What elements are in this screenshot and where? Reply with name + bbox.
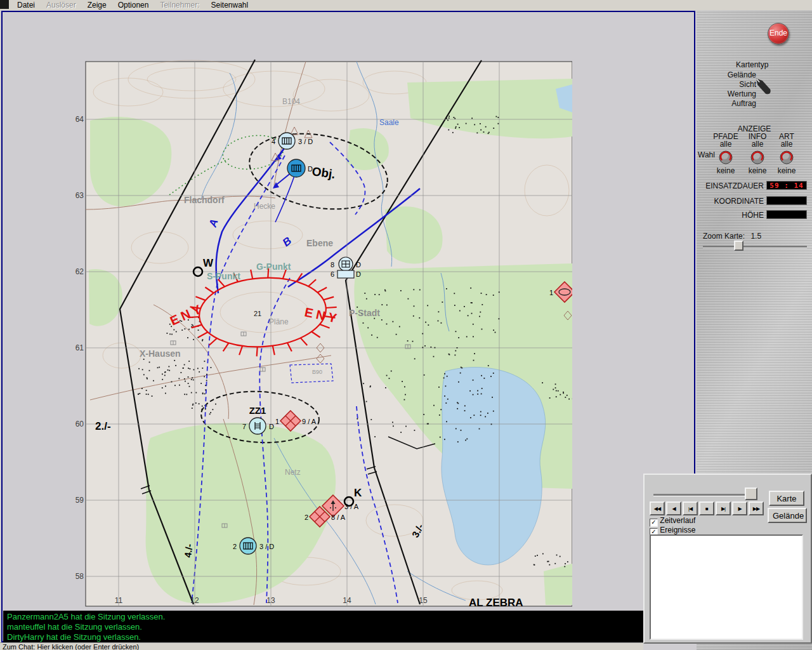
svg-text:62: 62 (75, 267, 84, 276)
kartentyp-option-sicht[interactable]: Sicht (686, 80, 756, 89)
pfade-alle-label: alle (708, 140, 743, 148)
svg-text:63: 63 (75, 191, 84, 200)
svg-text:D: D (269, 423, 274, 430)
svg-text:2./-: 2./- (95, 420, 111, 432)
end-button[interactable]: Ende (768, 23, 789, 44)
menu-bar: DateiAuslöserZeigeOptionenTeilnehmer:Sei… (0, 0, 812, 10)
svg-text:Ebene: Ebene (306, 238, 333, 248)
pfade-keine-label: keine (708, 167, 743, 175)
ereignisse-row: ✓ Ereignisse (650, 526, 695, 534)
menu-optionen[interactable]: Optionen (112, 1, 155, 10)
zeitverlauf-row: ✓ Zeitverlauf (650, 517, 695, 525)
kartentyp-option-auftrag[interactable]: Auftrag (686, 99, 756, 108)
chat-message: Panzermann2A5 hat die Sitzung verlassen. (7, 612, 639, 622)
zoom-value: 1.5 (750, 232, 761, 241)
svg-text:AL ZEBRA: AL ZEBRA (469, 597, 523, 609)
einsatzdauer-label: EINSATZDAUER (697, 182, 764, 190)
svg-text:D: D (356, 261, 361, 269)
svg-text:61: 61 (75, 343, 84, 352)
svg-text:G-Punkt: G-Punkt (256, 262, 291, 272)
svg-text:2: 2 (304, 514, 308, 521)
svg-text:Pläne: Pläne (269, 317, 289, 326)
menu-seitenwahl[interactable]: Seitenwahl (205, 1, 254, 10)
svg-text:58: 58 (75, 572, 84, 581)
svg-text:1: 1 (275, 418, 279, 425)
svg-text:12: 12 (190, 596, 199, 605)
chat-message: manteuffel hat die Sitzung verlassen. (7, 622, 639, 632)
svg-text:B104: B104 (282, 97, 300, 106)
svg-text:K: K (354, 487, 362, 499)
app-icon (0, 0, 9, 9)
koordinate-display (766, 196, 807, 205)
menu-items: DateiAuslöserZeigeOptionenTeilnehmer:Sei… (11, 0, 254, 10)
playback-panel: ◀◀◀|◀■▶|▶▶▶ Karte Gelände ✓ Zeitverlauf … (643, 474, 812, 644)
menu-teilnehmer: Teilnehmer: (154, 1, 205, 10)
menu-auslser: Auslöser (41, 1, 82, 10)
svg-text:59: 59 (75, 496, 84, 505)
svg-text:15: 15 (419, 596, 428, 605)
svg-text:S-Punkt: S-Punkt (207, 271, 240, 281)
karte-button[interactable]: Karte (769, 491, 804, 506)
zoom-slider-thumb[interactable] (734, 241, 743, 251)
map-window: 43 / DD86DD1A7D19 / A3 / A28 / A23 / D W… (1, 11, 695, 642)
svg-text:64: 64 (75, 115, 84, 124)
svg-text:8: 8 (331, 261, 334, 269)
zeitverlauf-label: Zeitverlauf (660, 516, 695, 525)
svg-text:Flachdorf: Flachdorf (184, 195, 225, 205)
kartentyp-title: Kartentyp (736, 60, 812, 69)
time-slider-thumb[interactable] (745, 488, 757, 500)
pfade-knob[interactable] (717, 149, 734, 166)
fast-backward-button[interactable]: ◀◀ (650, 501, 665, 515)
svg-text:21: 21 (254, 310, 261, 317)
step-backward-button[interactable]: |◀ (683, 501, 698, 515)
art-knob[interactable] (778, 149, 795, 166)
svg-text:Netz: Netz (285, 468, 301, 477)
stop-button[interactable]: ■ (699, 501, 714, 515)
svg-text:W: W (203, 257, 214, 269)
svg-text:P-Stadt: P-Stadt (349, 308, 380, 318)
menu-zeige[interactable]: Zeige (82, 1, 112, 10)
svg-text:6: 6 (331, 270, 334, 278)
svg-text:Hecke: Hecke (254, 202, 275, 211)
kartentyp-selector-knob[interactable] (750, 72, 778, 101)
svg-text:60: 60 (75, 420, 84, 428)
gelaende-button[interactable]: Gelände (768, 508, 807, 523)
event-list[interactable] (650, 534, 803, 640)
zoom-slider-track[interactable] (703, 246, 807, 248)
time-slider-track[interactable] (653, 494, 757, 496)
ereignisse-label: Ereignisse (660, 526, 695, 534)
svg-text:9 / A: 9 / A (302, 418, 317, 425)
forward-button[interactable]: ▶ (732, 501, 747, 515)
svg-text:2: 2 (233, 543, 237, 550)
chat-message-area[interactable]: Panzermann2A5 hat die Sitzung verlassen.… (3, 611, 643, 642)
art-knob-group: ART alle keine (769, 133, 804, 175)
tactical-map[interactable]: 43 / DD86DD1A7D19 / A3 / A28 / A23 / D W… (74, 57, 572, 611)
svg-text:8 / A: 8 / A (331, 514, 346, 521)
art-alle-label: alle (769, 140, 804, 148)
svg-text:7: 7 (242, 423, 246, 430)
kartentyp-option-gelaende[interactable]: Gelände (686, 70, 756, 79)
chat-status-bar[interactable]: Zum Chat: Hier klicken (oder Enter drück… (0, 642, 643, 650)
hoehe-display (766, 210, 807, 219)
svg-text:Saale: Saale (379, 118, 399, 127)
zoom-label: Zoom Karte: 1.5 (703, 232, 761, 241)
kartentyp-option-wertung[interactable]: Wertung (686, 90, 756, 98)
fast-forward-button[interactable]: ▶▶ (749, 501, 764, 515)
menu-datei[interactable]: Datei (11, 1, 41, 10)
hoehe-label: HÖHE (697, 211, 764, 220)
info-knob[interactable] (749, 149, 766, 166)
backward-button[interactable]: ◀ (666, 501, 681, 515)
svg-text:11: 11 (115, 596, 123, 605)
svg-text:3 / D: 3 / D (298, 138, 313, 145)
svg-text:4./-: 4./- (182, 543, 195, 559)
svg-text:B90: B90 (312, 369, 322, 375)
svg-text:4: 4 (272, 138, 275, 145)
step-forward-button[interactable]: ▶| (716, 501, 731, 515)
art-keine-label: keine (769, 167, 804, 175)
zoom-label-text: Zoom Karte: (703, 232, 745, 241)
svg-text:13: 13 (266, 596, 275, 605)
chat-message: DirtyHarry hat die Sitzung verlassen. (7, 632, 639, 642)
svg-text:1: 1 (549, 289, 553, 296)
koordinate-label: KOORDINATE (697, 197, 764, 206)
einsatzdauer-display: 59 : 14 (766, 181, 807, 190)
